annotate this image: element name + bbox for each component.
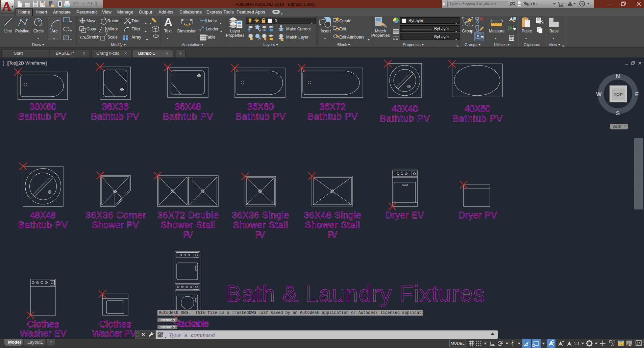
- svg-text:Shower Stall: Shower Stall: [160, 220, 215, 230]
- svg-text:0: 0: [275, 19, 277, 23]
- svg-text:36X36 Corner: 36X36 Corner: [86, 210, 146, 220]
- svg-text:Sign In: Sign In: [523, 1, 537, 6]
- svg-text:40X60: 40X60: [465, 104, 490, 114]
- svg-text:Shower Stall: Shower Stall: [305, 220, 360, 230]
- svg-text:Bathtub PV: Bathtub PV: [236, 111, 286, 122]
- svg-text:Bathtub PV: Bathtub PV: [380, 114, 430, 124]
- svg-text:S: S: [616, 110, 620, 117]
- svg-text:Bathtub PV: Bathtub PV: [91, 111, 139, 122]
- svg-text:Shower Stall: Shower Stall: [233, 220, 288, 230]
- svg-text:N: N: [616, 73, 620, 79]
- svg-text:Bathtub PV: Bathtub PV: [18, 111, 66, 122]
- svg-text:E: E: [635, 91, 639, 98]
- svg-text:Dryer EV: Dryer EV: [385, 210, 424, 220]
- svg-text:Washer Dryer: Washer Dryer: [160, 329, 216, 339]
- svg-text:Bathtub PV: Bathtub PV: [18, 220, 68, 230]
- svg-text:[−][Top][2D Wireframe]: [−][Top][2D Wireframe]: [3, 60, 47, 66]
- svg-text:PV: PV: [255, 230, 265, 240]
- svg-text:Clothes: Clothes: [27, 319, 59, 329]
- svg-text:?: ?: [581, 2, 584, 6]
- svg-text:1:1: 1:1: [574, 341, 580, 346]
- svg-text:Clothes: Clothes: [99, 319, 131, 329]
- svg-text:TOP: TOP: [614, 92, 623, 97]
- svg-text:36X72 Double: 36X72 Double: [157, 210, 219, 220]
- svg-text:Bath & Laundry Fixtures: Bath & Laundry Fixtures: [226, 281, 485, 306]
- svg-text:36X48 Single: 36X48 Single: [304, 210, 361, 220]
- svg-text:48X48: 48X48: [30, 210, 56, 220]
- svg-text:30X60: 30X60: [30, 102, 56, 112]
- svg-text:Bathtub PV: Bathtub PV: [163, 111, 213, 122]
- svg-text:36X72: 36X72: [319, 102, 346, 112]
- svg-text:Shower PV: Shower PV: [92, 220, 139, 230]
- svg-text:40X40: 40X40: [392, 104, 418, 114]
- svg-text:36X60: 36X60: [247, 102, 274, 112]
- svg-text:Washer EV: Washer EV: [20, 328, 67, 339]
- svg-text:PV: PV: [183, 230, 193, 240]
- svg-text:WCS: WCS: [613, 125, 621, 129]
- svg-text:Bathtub PV: Bathtub PV: [452, 114, 502, 124]
- svg-text:36X36: 36X36: [102, 102, 129, 112]
- svg-text:W: W: [596, 91, 602, 98]
- svg-text:36X36 Single: 36X36 Single: [232, 210, 289, 220]
- svg-text:Washer PV: Washer PV: [92, 328, 136, 339]
- svg-text:Bathtub PV: Bathtub PV: [307, 111, 357, 122]
- svg-text:PV: PV: [328, 230, 338, 240]
- svg-text:Dryer PV: Dryer PV: [459, 210, 497, 220]
- svg-text:36X48: 36X48: [175, 102, 201, 112]
